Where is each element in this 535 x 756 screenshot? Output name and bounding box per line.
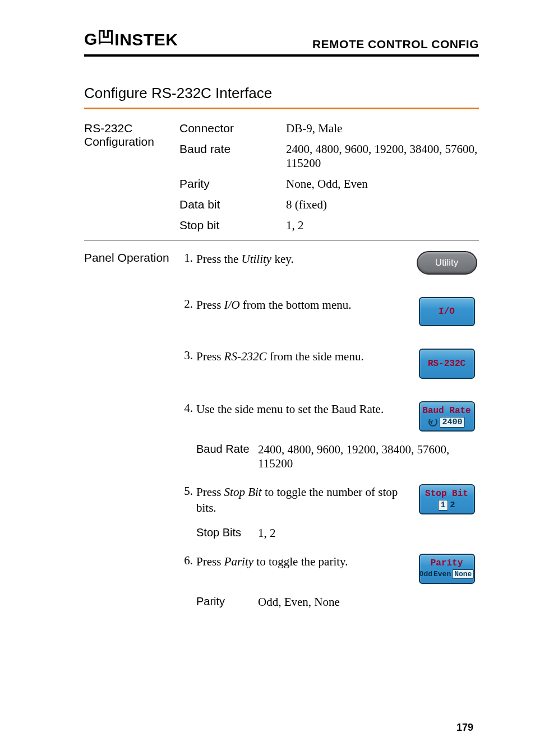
text-fragment: key. <box>271 252 293 266</box>
config-row: Stop bit 1, 2 <box>179 219 479 233</box>
config-label: Baud rate <box>179 142 286 170</box>
text-fragment: Press <box>196 485 224 499</box>
option-selected: 1 <box>438 500 448 511</box>
button-title: Stop Bit <box>425 489 468 499</box>
stop-bit-soft-button[interactable]: Stop Bit 1 2 <box>419 484 475 514</box>
option: 2 <box>450 500 455 510</box>
button-label: RS-232C <box>428 359 465 369</box>
step: 2. Press I/O from the bottom menu. I/O <box>179 297 479 326</box>
step-sub: Parity Odd, Even, None <box>196 595 479 609</box>
config-label: Connector <box>179 122 286 136</box>
text-fragment: Press the <box>196 252 242 266</box>
step-number: 3. <box>179 349 196 363</box>
text-italic: Stop Bit <box>224 485 262 499</box>
config-label: Parity <box>179 177 286 191</box>
utility-key-button[interactable]: Utility <box>417 251 477 275</box>
text-italic: I/O <box>224 298 240 312</box>
parity-soft-button[interactable]: Parity Odd Even None <box>419 554 475 584</box>
step-sub: Stop Bits 1, 2 <box>196 526 479 540</box>
panel-operation-block: Panel Operation 1. Press the Utility key… <box>84 251 479 609</box>
step: 1. Press the Utility key. Utility <box>179 251 479 275</box>
baud-rate-soft-button[interactable]: Baud Rate 2400 <box>419 401 475 432</box>
step-text: Press the Utility key. <box>196 251 414 267</box>
step-text: Press I/O from the bottom menu. <box>196 297 414 313</box>
page-header: G凹INSTEK REMOTE CONTROL CONFIG <box>84 28 479 57</box>
config-label: Data bit <box>179 198 286 212</box>
step-text: Press Stop Bit to toggle the number of s… <box>196 484 414 516</box>
config-row: Data bit 8 (fixed) <box>179 198 479 212</box>
divider-orange <box>84 108 479 109</box>
config-row: Baud rate 2400, 4800, 9600, 19200, 38400… <box>179 142 479 170</box>
button-value-row: 2400 <box>428 417 464 428</box>
text-fragment: from the bottom menu. <box>240 298 352 312</box>
config-value: None, Odd, Even <box>286 177 479 191</box>
step-number: 1. <box>179 251 196 265</box>
config-row: Connector DB-9, Male <box>179 122 479 136</box>
button-label: I/O <box>439 307 455 317</box>
step-number: 2. <box>179 297 196 311</box>
text-italic: Utility <box>242 252 272 266</box>
step-number: 6. <box>179 554 196 568</box>
text-fragment: to toggle the parity. <box>253 555 348 568</box>
button-title: Baud Rate <box>422 406 471 416</box>
config-label: Stop bit <box>179 219 286 233</box>
step-number: 4. <box>179 401 196 415</box>
sub-value: 1, 2 <box>258 526 479 540</box>
config-value: 1, 2 <box>286 219 479 233</box>
option: Odd <box>419 570 432 578</box>
button-options: Odd Even None <box>419 569 474 579</box>
logo-text-prefix: G凹 <box>84 28 114 51</box>
text-fragment: Press <box>196 555 224 568</box>
step-text: Press RS-232C from the side menu. <box>196 349 414 364</box>
step: 4. Use the side menu to set the Baud Rat… <box>179 401 479 432</box>
text-fragment: Press <box>196 298 224 312</box>
button-options: 1 2 <box>438 500 455 511</box>
sub-label: Parity <box>196 595 258 609</box>
section-title: Configure RS-232C Interface <box>84 85 479 102</box>
header-title: REMOTE CONTROL CONFIG <box>312 38 479 51</box>
config-heading: RS-232C Configuration <box>84 122 179 149</box>
config-value: 2400, 4800, 9600, 19200, 38400, 57600, 1… <box>286 142 479 170</box>
io-soft-button[interactable]: I/O <box>419 297 475 326</box>
step-text: Press Parity to toggle the parity. <box>196 554 414 569</box>
text-italic: RS-232C <box>224 350 267 363</box>
rotate-icon <box>428 418 437 426</box>
button-title: Parity <box>431 558 463 568</box>
step: 6. Press Parity to toggle the parity. Pa… <box>179 554 479 584</box>
logo-text-suffix: INSTEK <box>114 30 178 49</box>
step-text: Use the side menu to set the Baud Rate. <box>196 401 414 417</box>
config-value: DB-9, Male <box>286 122 479 136</box>
sub-value: Odd, Even, None <box>258 595 479 609</box>
option: Even <box>433 570 451 578</box>
button-value: 2400 <box>440 417 464 428</box>
config-value: 8 (fixed) <box>286 198 479 212</box>
panel-heading: Panel Operation <box>84 251 179 265</box>
step-number: 5. <box>179 484 196 498</box>
page-number: 179 <box>456 722 473 734</box>
brand-logo: G凹INSTEK <box>84 28 178 51</box>
step: 3. Press RS-232C from the side menu. RS-… <box>179 349 479 379</box>
text-fragment: from the side menu. <box>266 350 363 363</box>
sub-value: 2400, 4800, 9600, 19200, 38400, 57600, 1… <box>258 443 479 471</box>
divider-grey <box>84 240 479 241</box>
step: 5. Press Stop Bit to toggle the number o… <box>179 484 479 516</box>
rs232c-soft-button[interactable]: RS-232C <box>419 349 475 379</box>
text-italic: Parity <box>224 555 254 568</box>
sub-label: Baud Rate <box>196 443 258 471</box>
option-selected: None <box>452 569 474 579</box>
sub-label: Stop Bits <box>196 526 258 540</box>
config-row: Parity None, Odd, Even <box>179 177 479 191</box>
button-label: Utility <box>435 257 459 268</box>
text-fragment: Press <box>196 350 224 363</box>
step-sub: Baud Rate 2400, 4800, 9600, 19200, 38400… <box>196 443 479 471</box>
config-block: RS-232C Configuration Connector DB-9, Ma… <box>84 122 479 235</box>
